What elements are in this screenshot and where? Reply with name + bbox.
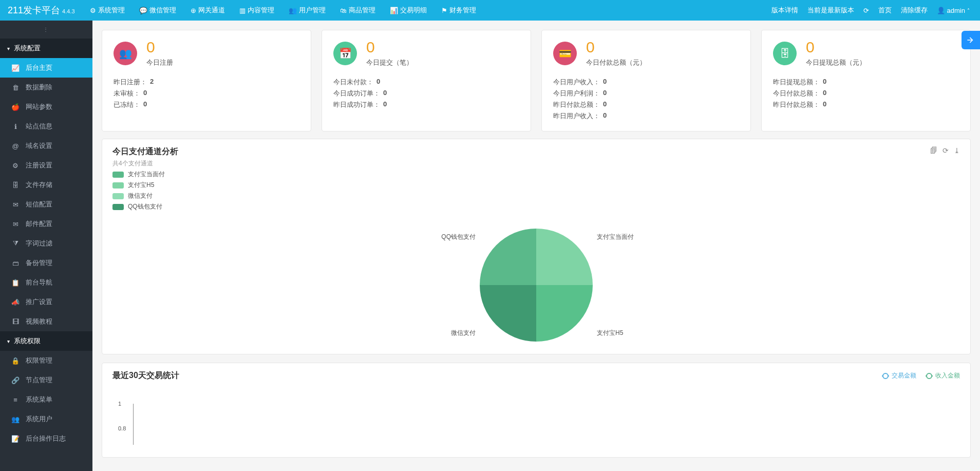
sidebar-collapse-icon[interactable]: ⋮	[0, 21, 92, 39]
sidebar-item-icon: 📝	[11, 435, 20, 443]
sidebar-item[interactable]: 🔒权限管理	[0, 351, 92, 370]
chart-icon: 📊	[390, 7, 398, 14]
sidebar-item-icon: 📋	[11, 279, 20, 287]
stat-row-item: 今日付款总额：0	[773, 88, 959, 99]
sidebar-item-icon: 🗑	[11, 84, 20, 91]
stat-row-key: 昨日注册：	[114, 78, 147, 87]
sidebar-item[interactable]: 🗃备份管理	[0, 253, 92, 273]
stat-row-key: 今日未付款：	[333, 78, 373, 87]
gear-icon: ⚙	[90, 7, 96, 14]
legend-item[interactable]: QQ钱包支付	[112, 201, 178, 212]
stat-row-key: 已冻结：	[114, 100, 140, 109]
sidebar-item-icon: 📈	[11, 64, 20, 72]
sidebar-item[interactable]: ℹ站点信息	[0, 117, 92, 136]
pie-title: 今日支付通道分析	[112, 146, 178, 157]
stat-row-item: 今日用户利润：0	[553, 88, 739, 99]
sidebar-item[interactable]: 🗑数据删除	[0, 78, 92, 97]
sidebar-item-label: 视频教程	[26, 317, 52, 326]
legend-item[interactable]: 支付宝H5	[112, 180, 178, 191]
pie-legend: 支付宝当面付支付宝H5微信支付QQ钱包支付	[112, 168, 178, 216]
sidebar-item[interactable]: 🍎网站参数	[0, 97, 92, 117]
line-legend-item[interactable]: 收入金额	[926, 371, 960, 380]
pie-label-bl: 微信支付	[451, 329, 476, 337]
line-panel: 最近30天交易统计 交易金额收入金额 1 0.8	[102, 363, 971, 458]
top-nav-item[interactable]: ▥内容管理	[232, 0, 281, 21]
sidebar-item-label: 后台主页	[26, 63, 52, 72]
stat-label: 今日提现总额（元）	[806, 58, 866, 67]
shop-icon: 🛍	[340, 7, 347, 14]
sidebar-item[interactable]: ⧩字词过滤	[0, 234, 92, 253]
stat-row-key: 今日付款总额：	[773, 89, 820, 98]
sidebar-item[interactable]: ✉短信配置	[0, 195, 92, 214]
save-view-icon[interactable]: 🗐	[930, 146, 937, 155]
brand[interactable]: 211发卡平台 4.4.3	[5, 4, 83, 16]
stat-row-key: 今日成功订单：	[333, 89, 380, 98]
top-nav-item[interactable]: ⚙系统管理	[83, 0, 132, 21]
line-legend-item[interactable]: 交易金额	[882, 371, 916, 380]
sidebar-item[interactable]: 📣推广设置	[0, 292, 92, 312]
top-nav-item[interactable]: 💬微信管理	[132, 0, 183, 21]
stat-row-key: 昨日用户收入：	[553, 111, 600, 121]
sidebar-item-label: 站点信息	[26, 122, 52, 131]
legend-marker	[882, 375, 889, 376]
top-nav-label: 交易明细	[400, 6, 427, 15]
top-nav-item[interactable]: 📊交易明细	[383, 0, 434, 21]
flag-icon: ⚑	[441, 7, 447, 14]
sidebar-group-header[interactable]: 系统配置	[0, 39, 92, 58]
stat-label: 今日提交（笔）	[366, 58, 413, 67]
sidebar-item[interactable]: ≡系统菜单	[0, 390, 92, 409]
stat-row-value: 0	[376, 78, 380, 87]
stat-list: 今日未付款：0今日成功订单：0昨日成功订单：0	[333, 77, 519, 110]
stat-row-key: 昨日付款总额：	[553, 100, 600, 109]
sidebar-item-label: 推广设置	[26, 297, 52, 307]
stat-card: 🗄 0 今日提现总额（元） 昨日提现总额：0今日付款总额：0昨日付款总额：0	[761, 30, 971, 131]
stat-icon: 💳	[553, 42, 577, 65]
user-menu[interactable]: 👤 admin ˄	[937, 7, 970, 14]
top-nav-item[interactable]: 🛍商品管理	[333, 0, 383, 21]
stat-row-item: 昨日提现总额：0	[773, 77, 959, 88]
sidebar-item[interactable]: 👥系统用户	[0, 409, 92, 429]
stat-row-item: 今日成功订单：0	[333, 88, 519, 99]
sidebar-item[interactable]: 📈后台主页	[0, 58, 92, 78]
version-detail-link[interactable]: 版本详情	[771, 6, 798, 15]
stat-row-value: 2	[150, 78, 154, 87]
download-icon[interactable]: ⤓	[954, 146, 960, 155]
top-nav: ⚙系统管理💬微信管理⊕网关通道▥内容管理👥用户管理🛍商品管理📊交易明细⚑财务管理	[83, 0, 771, 21]
sidebar-item-label: 字词过滤	[26, 239, 52, 248]
sidebar-item-icon: @	[11, 142, 20, 150]
top-nav-label: 财务管理	[449, 6, 476, 15]
legend-item[interactable]: 微信支付	[112, 191, 178, 201]
stat-row-key: 昨日提现总额：	[773, 78, 820, 87]
sidebar-item[interactable]: 🔗节点管理	[0, 370, 92, 390]
float-side-button[interactable]	[962, 31, 980, 49]
top-nav-item[interactable]: ⚑财务管理	[434, 0, 483, 21]
sidebar-item[interactable]: 📋前台导航	[0, 273, 92, 292]
sidebar-item-icon: 🎞	[11, 318, 20, 326]
sidebar-item-label: 域名设置	[26, 141, 52, 150]
user-icon: 👤	[937, 7, 945, 14]
home-link[interactable]: 首页	[878, 6, 892, 15]
top-nav-item[interactable]: ⊕网关通道	[183, 0, 232, 21]
stat-row-key: 未审核：	[114, 89, 140, 98]
clear-cache-link[interactable]: 清除缓存	[901, 6, 928, 15]
sidebar-item-label: 邮件配置	[26, 219, 52, 229]
top-nav-item[interactable]: 👥用户管理	[281, 0, 333, 21]
refresh-icon[interactable]: ⟳	[863, 7, 869, 14]
legend-item[interactable]: 支付宝当面付	[112, 169, 178, 180]
sidebar-item[interactable]: ⚙注册设置	[0, 156, 92, 175]
sidebar-item-label: 节点管理	[26, 375, 52, 385]
sidebar-item-label: 后台操作日志	[26, 434, 66, 443]
sidebar-item[interactable]: ✉邮件配置	[0, 214, 92, 234]
sidebar-item[interactable]: @域名设置	[0, 136, 92, 156]
sidebar-group-header[interactable]: 系统权限	[0, 331, 92, 351]
brand-version: 4.4.3	[62, 8, 74, 14]
sidebar-item-icon: ℹ	[11, 123, 20, 130]
sidebar-item[interactable]: 🎞视频教程	[0, 312, 92, 331]
sidebar-item[interactable]: 🗄文件存储	[0, 175, 92, 195]
refresh-icon[interactable]: ⟳	[943, 146, 949, 155]
group-title: 系统配置	[14, 44, 41, 53]
main-content: 👥 0 今日注册 昨日注册：2未审核：0已冻结：0 📅 0 今日提交（笔） 今日…	[92, 21, 980, 471]
stat-list: 昨日提现总额：0今日付款总额：0昨日付款总额：0	[773, 77, 959, 110]
panel-tools: 🗐 ⟳ ⤓	[930, 146, 960, 155]
sidebar-item[interactable]: 📝后台操作日志	[0, 429, 92, 448]
